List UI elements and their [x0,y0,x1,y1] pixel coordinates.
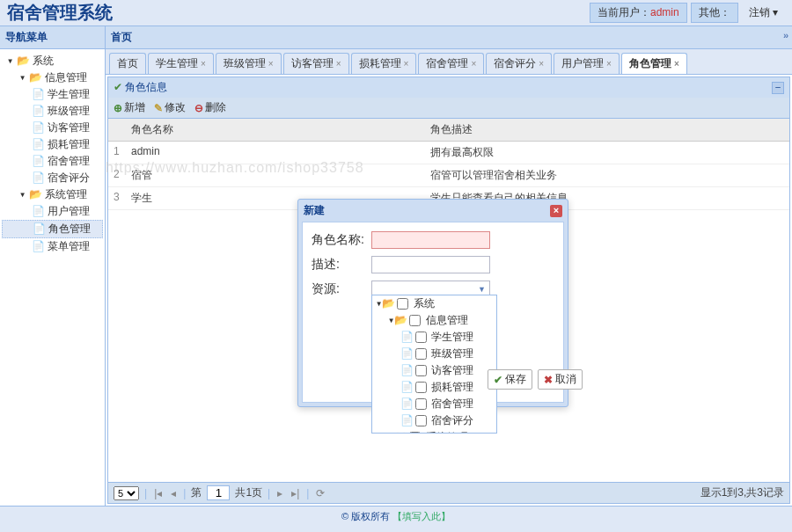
cancel-button[interactable]: ✖取消 [538,369,583,390]
refresh-icon[interactable]: ⟳ [314,487,326,499]
tab[interactable]: 损耗管理× [351,53,417,74]
nav-item[interactable]: 📄 宿舍评分 [2,170,103,186]
label-resource: 资源: [312,281,371,297]
panel-header: ✔ 角色信息 – [108,77,789,98]
logout-button[interactable]: 注销 ▾ [742,4,785,22]
panel-title: 角色信息 [125,81,167,93]
footer: © 版权所有 【填写入此】 [0,506,792,527]
close-icon[interactable]: × [550,205,562,217]
tab-close-icon[interactable]: × [201,59,206,69]
label-role-name: 角色名称: [312,232,371,248]
add-button[interactable]: ⊕新增 [114,100,145,115]
page-icon: 📄 [400,364,414,376]
tab[interactable]: 首页 [109,53,146,74]
table-row[interactable]: 1admin拥有最高权限 [108,142,789,164]
page-icon: 📄 [400,397,414,410]
nav-item[interactable]: 📄 学生管理 [2,86,103,103]
folder-icon: 📂 [29,71,42,84]
resource-item[interactable]: ▾📂 信息管理 [372,312,496,329]
folder-icon: 📂 [382,297,395,310]
label-desc: 描述: [312,257,371,273]
resource-item[interactable]: 📄 访客管理 [372,362,496,379]
tab[interactable]: 宿舍管理× [418,53,484,74]
user-info: 当前用户：admin 其他： 注销 ▾ [590,3,785,23]
tab-close-icon[interactable]: × [606,59,612,69]
resource-checkbox[interactable] [409,315,421,326]
nav-item[interactable]: 📄 用户管理 [2,203,103,220]
tab-close-icon[interactable]: × [404,59,409,69]
tab[interactable]: 宿舍评分× [486,53,552,74]
tab[interactable]: 访客管理× [283,53,349,74]
resource-dropdown[interactable]: ▾📂 系统▾📂 信息管理📄 学生管理📄 班级管理📄 访客管理📄 损耗管理📄 宿舍… [371,295,497,434]
tab[interactable]: 学生管理× [148,53,214,74]
next-page-icon[interactable]: ▸ [275,487,284,499]
resource-item[interactable]: 📄 班级管理 [372,346,496,362]
nav-item[interactable]: 📄 班级管理 [2,103,103,120]
input-desc[interactable] [371,256,490,273]
resource-checkbox[interactable] [409,432,421,434]
resource-item[interactable]: 📄 宿舍管理 [372,396,496,412]
resource-item[interactable]: ▾📂 系统 [372,295,496,312]
tab-close-icon[interactable]: × [336,59,341,69]
resource-checkbox[interactable] [415,332,427,343]
folder-icon: 📂 [394,314,407,326]
resource-checkbox[interactable] [415,365,427,376]
nav-item[interactable]: 📄 宿舍管理 [2,153,103,170]
nav-item[interactable]: 📄 损耗管理 [2,136,103,153]
resource-checkbox[interactable] [415,348,427,360]
folder-icon: 📂 [29,188,42,200]
minimize-icon[interactable]: – [772,82,784,94]
chevron-down-icon: ▼ [478,285,486,294]
nav-item[interactable]: ▾ 📂 系统 [2,53,103,69]
nav-item[interactable]: ▾ 📂 系统管理 [2,186,103,203]
tab[interactable]: 班级管理× [216,53,282,74]
nav-item[interactable]: 📄 菜单管理 [2,238,103,255]
nav-item[interactable]: 📄 访客管理 [2,120,103,136]
edit-button[interactable]: ✎修改 [154,100,186,115]
prev-page-icon[interactable]: ◂ [169,487,178,499]
last-page-icon[interactable]: ▸| [290,487,301,499]
resource-item[interactable]: ▾📂 系统管理 [372,429,496,434]
delete-button[interactable]: ⊖删除 [194,100,226,115]
resource-item[interactable]: 📄 宿舍评分 [372,412,496,429]
page-icon: 📄 [32,88,45,100]
page-icon: 📄 [32,138,45,150]
col-role-desc[interactable]: 角色描述 [430,122,473,137]
tab[interactable]: 用户管理× [554,53,620,74]
tab-close-icon[interactable]: × [674,59,679,69]
input-role-name[interactable] [371,231,490,249]
resource-checkbox[interactable] [415,398,427,410]
page-icon: 📄 [32,121,45,134]
page-icon: 📄 [400,381,414,393]
table-row[interactable]: 2宿管宿管可以管理宿舍相关业务 [108,164,789,187]
page-icon: 📄 [400,347,414,360]
tab-close-icon[interactable]: × [471,59,476,69]
current-user-box: 当前用户：admin [590,3,687,23]
page-size-select[interactable]: 5 [114,486,139,500]
app-header: 宿舍管理系统 当前用户：admin 其他： 注销 ▾ [0,0,792,26]
resource-checkbox[interactable] [415,382,427,393]
page-icon: 📄 [32,155,45,167]
collapse-right-icon[interactable]: » [783,30,787,45]
tab-close-icon[interactable]: × [268,59,274,69]
page-icon: 📄 [32,205,45,217]
nav-item[interactable]: ▾ 📂 信息管理 [2,69,103,86]
tab[interactable]: 角色管理× [621,53,687,74]
tab-close-icon[interactable]: × [539,59,544,69]
page-icon: 📄 [32,105,45,117]
page-icon: 📄 [32,240,45,252]
x-icon: ✖ [544,374,553,386]
page-input[interactable] [207,485,230,500]
save-button[interactable]: ✔保存 [488,369,532,390]
resource-checkbox[interactable] [397,298,408,310]
first-page-icon[interactable]: |◂ [152,487,164,499]
nav-item[interactable]: 📄 角色管理 [2,220,103,238]
footer-link[interactable]: 【填写入此】 [392,511,451,521]
col-role-name[interactable]: 角色名称 [114,122,430,137]
tab-bar: 首页学生管理×班级管理×访客管理×损耗管理×宿舍管理×宿舍评分×用户管理×角色管… [106,49,792,75]
dialog-header[interactable]: 新建 × [298,200,568,222]
content-title: 首页 [111,30,132,45]
resource-item[interactable]: 📄 损耗管理 [372,379,496,396]
resource-checkbox[interactable] [415,415,427,426]
resource-item[interactable]: 📄 学生管理 [372,329,496,346]
